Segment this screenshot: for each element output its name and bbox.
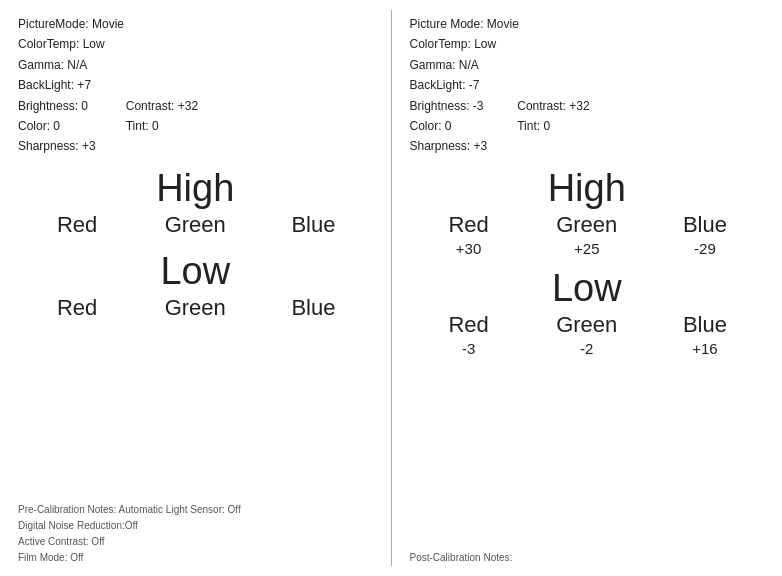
left-tint: Tint: 0 — [126, 116, 198, 136]
right-low-red-value: -3 — [410, 340, 528, 357]
right-gamma: Gamma: N/A — [410, 55, 765, 75]
left-low-rgb-headers: Red Green Blue — [18, 295, 373, 321]
right-low-red-header: Red — [410, 312, 528, 338]
left-color-temp: ColorTemp: Low — [18, 34, 373, 54]
left-contrast: Contrast: +32 — [126, 96, 198, 116]
right-high-blue-header: Blue — [646, 212, 764, 238]
left-calibration: High Red Green Blue Low Red Green — [18, 167, 373, 323]
right-low-rgb-headers: Red Green Blue — [410, 312, 765, 338]
right-notes: Post-Calibration Notes: — [410, 550, 773, 566]
right-low-rgb-values: -3 -2 +16 — [410, 340, 765, 357]
right-settings: Picture Mode: Movie ColorTemp: Low Gamma… — [410, 14, 765, 157]
right-picture-mode: Picture Mode: Movie — [410, 14, 765, 34]
right-contrast: Contrast: +32 — [517, 96, 589, 116]
right-color-temp: ColorTemp: Low — [410, 34, 765, 54]
right-high-red-value: +30 — [410, 240, 528, 257]
left-color: Color: 0 — [18, 116, 96, 136]
left-high-rgb-headers: Red Green Blue — [18, 212, 373, 238]
right-high-green-header: Green — [528, 212, 646, 238]
right-low-blue-value: +16 — [646, 340, 764, 357]
right-brightness: Brightness: -3 — [410, 96, 488, 116]
left-low-red-header: Red — [18, 295, 136, 321]
left-high-label: High — [18, 167, 373, 210]
right-high-section: High Red Green Blue +30 +25 -29 — [410, 167, 765, 257]
left-low-label: Low — [18, 250, 373, 293]
right-calibration: High Red Green Blue +30 +25 -29 Low Red … — [410, 167, 765, 357]
left-note-3: Active Contrast: Off — [18, 534, 381, 550]
left-high-blue-header: Blue — [254, 212, 372, 238]
right-low-green-value: -2 — [528, 340, 646, 357]
left-note-1: Pre-Calibration Notes: Automatic Light S… — [18, 502, 381, 518]
right-panel: Picture Mode: Movie ColorTemp: Low Gamma… — [392, 0, 783, 576]
right-low-section: Low Red Green Blue -3 -2 +16 — [410, 267, 765, 357]
left-low-section: Low Red Green Blue — [18, 250, 373, 323]
left-note-4: Film Mode: Off — [18, 550, 381, 566]
right-low-label: Low — [410, 267, 765, 310]
right-high-label: High — [410, 167, 765, 210]
left-low-green-header: Green — [136, 295, 254, 321]
left-settings: PictureMode: Movie ColorTemp: Low Gamma:… — [18, 14, 373, 157]
right-backlight: BackLight: -7 — [410, 75, 765, 95]
left-gamma: Gamma: N/A — [18, 55, 373, 75]
right-low-blue-header: Blue — [646, 312, 764, 338]
right-sharpness: Sharpness: +3 — [410, 136, 488, 156]
right-high-rgb-values: +30 +25 -29 — [410, 240, 765, 257]
right-high-green-value: +25 — [528, 240, 646, 257]
left-panel: PictureMode: Movie ColorTemp: Low Gamma:… — [0, 0, 391, 576]
right-high-rgb-headers: Red Green Blue — [410, 212, 765, 238]
left-high-red-header: Red — [18, 212, 136, 238]
right-high-red-header: Red — [410, 212, 528, 238]
left-notes: Pre-Calibration Notes: Automatic Light S… — [18, 502, 381, 566]
left-high-section: High Red Green Blue — [18, 167, 373, 240]
left-note-2: Digital Noise Reduction:Off — [18, 518, 381, 534]
left-high-green-header: Green — [136, 212, 254, 238]
right-low-green-header: Green — [528, 312, 646, 338]
left-sharpness: Sharpness: +3 — [18, 136, 96, 156]
left-backlight: BackLight: +7 — [18, 75, 373, 95]
right-note-1: Post-Calibration Notes: — [410, 550, 773, 566]
right-tint: Tint: 0 — [517, 116, 589, 136]
left-low-blue-header: Blue — [254, 295, 372, 321]
left-brightness: Brightness: 0 — [18, 96, 96, 116]
left-picture-mode: PictureMode: Movie — [18, 14, 373, 34]
right-color: Color: 0 — [410, 116, 488, 136]
right-high-blue-value: -29 — [646, 240, 764, 257]
